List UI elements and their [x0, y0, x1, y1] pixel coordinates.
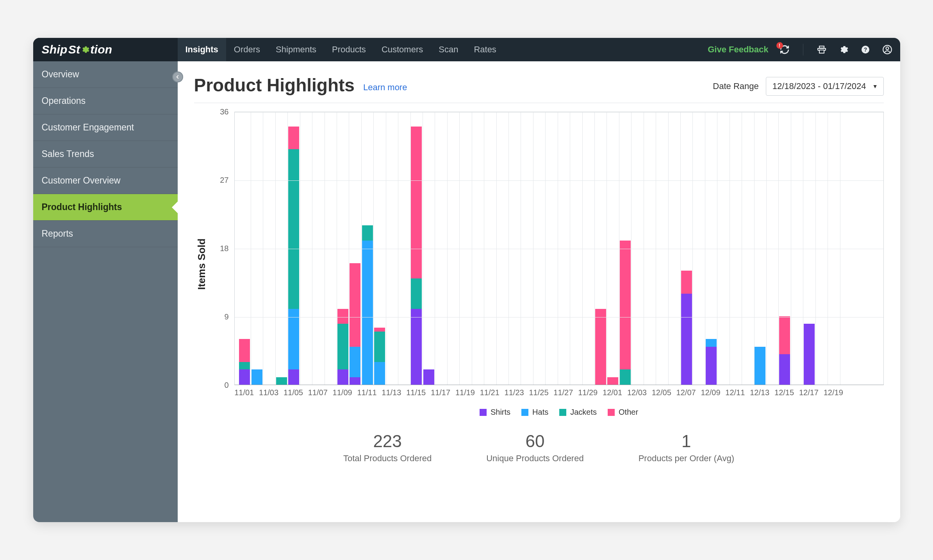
bar-seg-shirts [337, 369, 348, 385]
legend-shirts[interactable]: Shirts [480, 408, 510, 417]
bar-seg-jackets [374, 332, 385, 362]
bar-11/30[interactable] [595, 309, 606, 385]
legend-hats[interactable]: Hats [521, 408, 548, 417]
learn-more-link[interactable]: Learn more [363, 82, 407, 93]
stat-label: Products per Order (Avg) [639, 453, 734, 464]
brand[interactable]: ShipSt tion [33, 38, 178, 61]
refresh-icon[interactable]: ! [779, 44, 790, 55]
sidebar-item-product-highlights[interactable]: Product Highlights [33, 194, 178, 221]
x-tick: 11/27 [553, 388, 573, 397]
x-tick: 12/11 [725, 388, 745, 397]
bar-11/09[interactable] [337, 309, 348, 385]
bar-seg-shirts [706, 347, 717, 385]
bar-seg-shirts [288, 369, 299, 385]
bar-11/10[interactable] [350, 263, 360, 385]
y-tick: 36 [220, 107, 228, 116]
bar-11/01[interactable] [239, 339, 250, 385]
sidebar-item-overview[interactable]: Overview [33, 61, 178, 88]
sidebar-item-operations[interactable]: Operations [33, 88, 178, 114]
x-tick: 11/21 [480, 388, 500, 397]
account-icon[interactable] [881, 44, 893, 55]
bar-seg-jackets [411, 278, 422, 309]
nav-orders[interactable]: Orders [226, 38, 268, 61]
app-window: ShipSt tion InsightsOrdersShipmentsProdu… [33, 38, 900, 522]
x-tick: 12/17 [799, 388, 819, 397]
nav-insights[interactable]: Insights [178, 38, 226, 61]
page-header: Product Highlights Learn more Date Range… [194, 75, 884, 103]
settings-icon[interactable] [838, 44, 849, 55]
y-axis-title: Items Sold [194, 112, 208, 417]
x-tick: 11/25 [529, 388, 548, 397]
bar-12/01[interactable] [607, 377, 618, 385]
bar-seg-other [350, 263, 360, 347]
bar-12/13[interactable] [755, 347, 765, 385]
help-icon[interactable]: ? [860, 44, 871, 55]
collapse-sidebar-button[interactable] [172, 71, 183, 82]
bar-11/02[interactable] [252, 369, 262, 385]
legend-jackets[interactable]: Jackets [559, 408, 597, 417]
bar-seg-jackets [276, 377, 287, 385]
bar-seg-hats [350, 347, 360, 377]
swatch-icon [559, 409, 566, 416]
x-tick: 12/19 [824, 388, 843, 397]
bar-seg-other [411, 127, 422, 278]
bar-seg-other [239, 339, 250, 362]
plot-area [234, 112, 884, 385]
legend-other[interactable]: Other [608, 408, 638, 417]
sidebar-item-customer-overview[interactable]: Customer Overview [33, 168, 178, 194]
topbar: ShipSt tion InsightsOrdersShipmentsProdu… [33, 38, 900, 61]
bar-seg-hats [252, 369, 262, 385]
bar-seg-jackets [239, 362, 250, 369]
bar-11/04[interactable] [276, 377, 287, 385]
nav-products[interactable]: Products [324, 38, 374, 61]
y-tick: 18 [220, 244, 228, 253]
bar-seg-other [779, 316, 790, 354]
date-range-select[interactable]: 12/18/2023 - 01/17/2024 ▼ [766, 77, 884, 96]
stat-value: 223 [343, 432, 432, 451]
bar-12/15[interactable] [779, 316, 790, 385]
legend-label: Other [619, 408, 638, 417]
bar-seg-other [337, 309, 348, 324]
bar-12/17[interactable] [804, 324, 815, 385]
bar-seg-other [681, 271, 692, 293]
bar-12/09[interactable] [706, 339, 717, 385]
swatch-icon [608, 409, 615, 416]
y-tick: 0 [224, 381, 228, 390]
sidebar-item-reports[interactable]: Reports [33, 221, 178, 247]
x-tick: 11/01 [234, 388, 254, 397]
x-tick: 11/09 [333, 388, 352, 397]
date-range-value: 12/18/2023 - 01/17/2024 [772, 81, 866, 91]
bar-11/15[interactable] [411, 127, 422, 385]
x-tick: 12/01 [603, 388, 622, 397]
main-content: Product Highlights Learn more Date Range… [178, 61, 900, 522]
bar-seg-hats [755, 347, 765, 385]
x-tick: 12/05 [652, 388, 671, 397]
bar-seg-other [595, 309, 606, 385]
bar-12/07[interactable] [681, 271, 692, 385]
nav-customers[interactable]: Customers [374, 38, 431, 61]
print-icon[interactable] [816, 44, 828, 55]
x-tick: 11/15 [406, 388, 426, 397]
bar-11/12[interactable] [374, 328, 385, 385]
nav-scan[interactable]: Scan [431, 38, 466, 61]
caret-down-icon: ▼ [872, 83, 878, 89]
bar-11/16[interactable] [423, 369, 434, 385]
bar-seg-jackets [620, 369, 631, 385]
bar-12/02[interactable] [620, 241, 631, 385]
x-tick: 12/07 [676, 388, 696, 397]
sidebar-item-customer-engagement[interactable]: Customer Engagement [33, 114, 178, 141]
nav-shipments[interactable]: Shipments [268, 38, 324, 61]
bar-seg-other [288, 127, 299, 149]
legend-label: Jackets [570, 408, 597, 417]
bar-11/05[interactable] [288, 127, 299, 385]
x-tick: 11/23 [505, 388, 524, 397]
x-tick: 12/13 [750, 388, 769, 397]
bar-seg-shirts [779, 354, 790, 385]
x-tick: 12/15 [774, 388, 794, 397]
bar-seg-hats [288, 309, 299, 370]
sidebar-item-sales-trends[interactable]: Sales Trends [33, 141, 178, 168]
nav-rates[interactable]: Rates [466, 38, 504, 61]
alert-badge-icon: ! [776, 42, 783, 49]
bar-seg-shirts [239, 369, 250, 385]
give-feedback-link[interactable]: Give Feedback [708, 45, 768, 55]
